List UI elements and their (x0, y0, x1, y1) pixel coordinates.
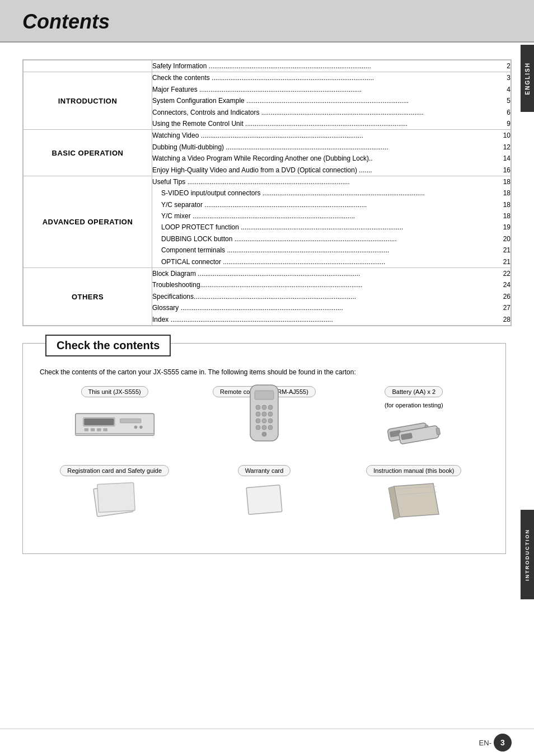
toc-item-num: 22 (503, 268, 510, 279)
toc-item-num: 28 (503, 314, 510, 325)
toc-item-line: Watching a Video Program While Recording… (152, 153, 510, 164)
toc-item-num: 18 (503, 210, 510, 222)
toc-item-num: 14 (503, 153, 510, 164)
toc-item-num: 20 (503, 233, 510, 245)
svg-point-13 (256, 405, 260, 410)
toc-item-line: Using the Remote Control Unit ..........… (152, 118, 510, 129)
toc-item-text: Watching Video .........................… (152, 130, 363, 141)
toc-item-text: Safety Information .....................… (152, 60, 371, 72)
toc-item-text: Dubbing (Multi-dubbing) ................… (152, 142, 388, 153)
toc-item-line: Enjoy High-Quality Video and Audio from … (152, 165, 510, 176)
safety-left-cell (24, 60, 152, 72)
svg-point-23 (262, 425, 266, 430)
toc-item-line: DUBBING LOCK button ....................… (152, 233, 510, 245)
item-regcard: Registration card and Safety guide (59, 465, 171, 520)
svg-rect-34 (246, 485, 282, 514)
battery-image (372, 415, 456, 454)
check-description: Check the contents of the carton your JX… (40, 368, 489, 376)
section-label-advanced: ADVANCED OPERATION (24, 176, 152, 267)
remote-image (222, 402, 306, 441)
toc-item-text: S-VIDEO input/output connectors ........… (161, 187, 425, 199)
toc-item-text: Y/C separator ..........................… (161, 199, 367, 210)
check-section: Check the contents Check the contents of… (22, 343, 506, 554)
toc-item-text: Watching a Video Program While Recording… (152, 153, 373, 164)
page-title: Contents (22, 10, 110, 33)
svg-rect-2 (120, 419, 141, 423)
toc-section-basic: BASIC OPERATION Watching Video .........… (24, 130, 511, 176)
toc-item-text: Major Features .........................… (152, 84, 362, 95)
svg-point-8 (139, 425, 143, 429)
page: Contents ENGLISH Safety Information ....… (0, 0, 534, 756)
safety-row: Safety Information .....................… (24, 60, 511, 72)
warranty-label: Warranty card (238, 465, 291, 476)
others-items: Block Diagram ..........................… (152, 268, 511, 326)
svg-point-22 (256, 425, 260, 430)
toc-item-line: Block Diagram ..........................… (152, 268, 510, 279)
svg-point-14 (262, 405, 266, 410)
items-row-2: Registration card and Safety guide Warra… (40, 465, 489, 520)
svg-rect-10 (75, 434, 154, 436)
toc-item-text: Index ..................................… (152, 314, 333, 325)
toc-item-line: Dubbing (Multi-dubbing) ................… (152, 142, 510, 153)
svg-point-17 (262, 412, 266, 416)
title-area: Contents (0, 0, 534, 43)
toc-item-num: 21 (503, 245, 510, 256)
english-tab-label: ENGLISH (524, 62, 531, 95)
toc-item-text: DUBBING LOCK button ....................… (161, 233, 397, 245)
battery-sublabel: (for operation testing) (385, 402, 443, 408)
toc-item-num: 3 (507, 72, 510, 83)
battery-svg (380, 420, 447, 448)
svg-rect-9 (84, 419, 114, 425)
svg-point-16 (256, 412, 260, 416)
toc-section-advanced: ADVANCED OPERATION Useful Tips .........… (24, 176, 511, 267)
toc-item-line: Glossary ...............................… (152, 302, 510, 313)
introduction-tab-label: INTRODUCTION (524, 529, 530, 581)
warranty-svg (236, 478, 292, 523)
svg-point-21 (268, 419, 273, 423)
check-heading: Check the contents (45, 335, 171, 356)
toc-item-num: 19 (503, 222, 510, 233)
toc-item-num: 18 (503, 199, 510, 210)
toc-item-line: Specifications..........................… (152, 291, 510, 302)
svg-rect-12 (255, 391, 274, 400)
toc-item-line: Useful Tips ............................… (152, 176, 510, 187)
toc-item-text: Specifications..........................… (152, 291, 356, 302)
advanced-items: Useful Tips ............................… (152, 176, 511, 267)
section-label-basic: BASIC OPERATION (24, 130, 152, 176)
svg-rect-3 (84, 428, 88, 431)
svg-rect-5 (97, 428, 101, 431)
toc-item-line: Safety Information .....................… (152, 60, 510, 72)
item-warranty: Warranty card (208, 465, 320, 520)
toc-item-num: 9 (507, 118, 510, 129)
section-label-others: OTHERS (24, 268, 152, 326)
toc-item-line: Y/C separator ..........................… (152, 199, 510, 210)
toc-item-line: OPTICAL connector ......................… (152, 256, 510, 267)
warranty-image (222, 481, 306, 520)
basic-items: Watching Video .........................… (152, 130, 511, 176)
item-battery: Battery (AA) x 2 (for operation testing) (358, 386, 470, 454)
toc-item-text: Y/C mixer ..............................… (161, 210, 355, 222)
toc-item-line: Check the contents .....................… (152, 72, 510, 83)
page-num-prefix: EN- (479, 739, 491, 747)
svg-point-18 (268, 412, 273, 416)
toc-item-text: Check the contents .....................… (152, 72, 374, 83)
toc-item-line: Component terminals ....................… (152, 245, 510, 256)
toc-item-line: Watching Video .........................… (152, 130, 510, 141)
bottom-bar: EN- 3 (0, 729, 534, 756)
toc-item-line: System Configuration Example ...........… (152, 95, 510, 106)
svg-point-25 (262, 432, 266, 436)
toc-item-text: Troubleshooting.........................… (152, 279, 363, 290)
toc-item-num: 21 (503, 256, 510, 267)
svg-rect-6 (103, 428, 107, 431)
safety-right-cell: Safety Information .....................… (152, 60, 511, 72)
svg-rect-4 (91, 428, 95, 431)
vcr-svg (73, 402, 157, 441)
toc-item-line: S-VIDEO input/output connectors ........… (152, 187, 510, 199)
unit-image (73, 402, 157, 441)
svg-marker-35 (394, 483, 439, 517)
toc-item-num: 27 (503, 302, 510, 313)
cards-svg (81, 478, 148, 523)
items-row-1: This unit (JX-S555) (40, 386, 489, 454)
svg-point-15 (268, 405, 273, 410)
introduction-items: Check the contents .....................… (152, 72, 511, 130)
